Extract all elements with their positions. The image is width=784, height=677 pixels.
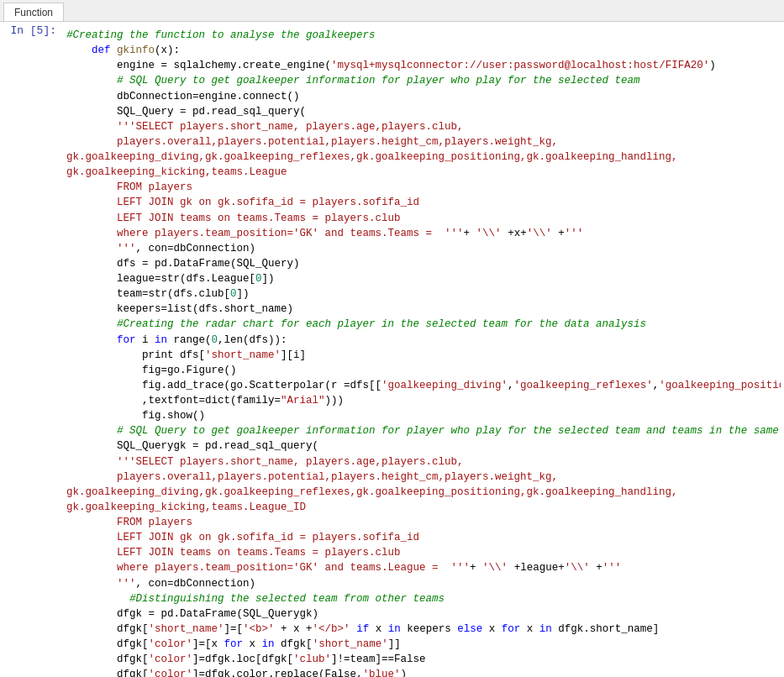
cell-row: In [5]: #Creating the function to analys… — [0, 22, 784, 677]
code-line: keepers=list(dfs.short_name) — [66, 302, 781, 317]
code-line: dfs = pd.DataFrame(SQL_Query) — [66, 256, 781, 271]
code-line: engine = sqlalchemy.create_engine('mysql… — [66, 58, 781, 73]
code-line: ''', con=dbConnection) — [66, 576, 781, 591]
code-line: gk.goalkeeping_diving,gk.goalkeeping_ref… — [66, 485, 781, 500]
code-line: # SQL Query to get goalkeeper informatio… — [66, 423, 781, 438]
code-line: def gkinfo(x): — [66, 43, 781, 58]
code-line: dfgk['color']=[x for x in dfgk['short_na… — [66, 637, 781, 652]
code-line: fig.show() — [66, 408, 781, 423]
code-line: fig=go.Figure() — [66, 363, 781, 378]
code-line: players.overall,players.potential,player… — [66, 470, 781, 485]
code-line: LEFT JOIN teams on teams.Teams = players… — [66, 211, 781, 226]
cell-content: #Creating the function to analyse the go… — [63, 22, 784, 677]
code-line: FROM players — [66, 180, 781, 195]
code-line: team=str(dfs.club[0]) — [66, 286, 781, 302]
code-line: FROM players — [66, 515, 781, 530]
code-line: '''SELECT players.short_name, players.ag… — [66, 454, 781, 470]
code-line: where players.team_position='GK' and tea… — [66, 560, 781, 575]
code-line: SQL_Querygk = pd.read_sql_query( — [66, 438, 781, 454]
code-line: league=str(dfs.League[0]) — [66, 271, 781, 286]
notebook-container: Function In [5]: #Creating the function … — [0, 0, 784, 677]
code-line: for i in range(0,len(dfs)): — [66, 333, 781, 348]
code-line: '''SELECT players.short_name, players.ag… — [66, 119, 781, 134]
code-line: dfgk['color']=dfgk.color.replace(False,'… — [66, 667, 781, 677]
code-line: ,textfont=dict(family="Arial"))) — [66, 393, 781, 408]
code-line: gk.goalkeeping_kicking,teams.League_ID — [66, 500, 781, 515]
code-line: # SQL Query to get goalkeeper informatio… — [66, 73, 781, 88]
code-line: SQL_Query = pd.read_sql_query( — [66, 104, 781, 119]
code-line: dbConnection=engine.connect() — [66, 89, 781, 104]
code-line: dfgk['short_name']=['<b>' + x +'</b>' if… — [66, 622, 781, 637]
function-tab[interactable]: Function — [3, 3, 64, 21]
code-line: gk.goalkeeping_kicking,teams.League — [66, 165, 781, 180]
code-line: gk.goalkeeping_diving,gk.goalkeeping_ref… — [66, 150, 781, 165]
code-line: players.overall,players.potential,player… — [66, 134, 781, 150]
tab-bar: Function — [0, 0, 784, 22]
code-line: #Creating the function to analyse the go… — [66, 28, 781, 43]
code-line: LEFT JOIN teams on teams.Teams = players… — [66, 545, 781, 560]
code-line: ''', con=dbConnection) — [66, 241, 781, 256]
code-line: #Distinguishing the selected team from o… — [66, 591, 781, 606]
code-line: LEFT JOIN gk on gk.sofifa_id = players.s… — [66, 530, 781, 545]
cell-label: In [5]: — [0, 22, 63, 677]
code-line: dfgk = pd.DataFrame(SQL_Querygk) — [66, 606, 781, 622]
code-line: where players.team_position='GK' and tea… — [66, 226, 781, 241]
code-line: #Creating the radar chart for each playe… — [66, 317, 781, 332]
code-line: print dfs['short_name'][i] — [66, 348, 781, 363]
code-area: #Creating the function to analyse the go… — [66, 24, 781, 677]
code-line: LEFT JOIN gk on gk.sofifa_id = players.s… — [66, 195, 781, 210]
code-line: fig.add_trace(go.Scatterpolar(r =dfs[['g… — [66, 378, 781, 393]
code-line: dfgk['color']=dfgk.loc[dfgk['club']!=tea… — [66, 652, 781, 667]
